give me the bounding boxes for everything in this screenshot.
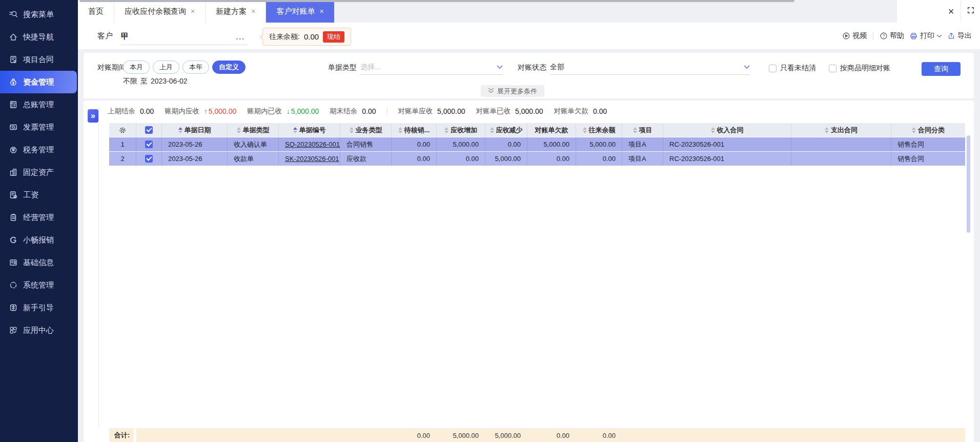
sidebar-item-payroll[interactable]: 工资 — [0, 184, 78, 206]
search-icon — [9, 10, 18, 19]
doc-no-link[interactable]: SQ-20230526-001 — [285, 140, 340, 148]
horizontal-scrollbar-thumb[interactable] — [79, 0, 794, 2]
print-chevron-down-icon — [936, 34, 942, 38]
doc-type-select[interactable]: 选择... — [360, 60, 503, 75]
col-header-income-contract[interactable]: 收入合同 — [663, 123, 791, 137]
col-header-project[interactable]: 项目 — [622, 123, 663, 137]
window-close-button[interactable]: × — [942, 0, 961, 23]
base-info-icon — [9, 258, 18, 267]
pill-this-month[interactable]: 本月 — [123, 61, 150, 74]
sidebar-item-base-info[interactable]: 基础信息 — [0, 251, 78, 274]
by-product-label: 按商品明细对账 — [840, 64, 890, 73]
col-header-recv-dec[interactable]: 应收减少 — [485, 123, 527, 137]
actions-divider — [873, 32, 873, 40]
balance-label: 往来余额: — [269, 32, 300, 42]
tab-close-icon[interactable]: × — [319, 8, 323, 15]
video-button[interactable]: 视频 — [842, 31, 867, 41]
end-balance-value: 0.00 — [362, 107, 376, 115]
tab-ar-ap-balance-query[interactable]: 应收应付余额查询 × — [114, 0, 206, 23]
sidebar-item-search-menu[interactable]: 搜索菜单 — [0, 3, 78, 26]
col-header-recv-inc[interactable]: 应收增加 — [436, 123, 485, 137]
video-icon — [842, 32, 850, 40]
chevron-down-icon — [497, 65, 503, 69]
print-icon — [909, 32, 918, 41]
sidebar: 搜索菜单 快捷导航 项目合同 资金管理 总账管理 发票管理 税务管理 固定资产 — [0, 0, 78, 442]
pill-custom[interactable]: 自定义 — [212, 61, 246, 74]
help-button[interactable]: ? 帮助 — [880, 31, 904, 41]
col-header-balance[interactable]: 往来余额 — [576, 123, 622, 137]
range-start[interactable]: 不限 — [123, 77, 137, 86]
filter-panel: 对账期间 本月 上月 本年 自定义 不限 至 2023-06-02 单据类型 选… — [84, 53, 974, 98]
gear-icon[interactable] — [118, 126, 127, 134]
pill-last-month[interactable]: 上月 — [153, 61, 179, 74]
sort-icon — [711, 127, 715, 133]
by-product-checkbox[interactable]: 按商品明细对账 — [829, 64, 890, 73]
sort-icon — [490, 127, 494, 133]
expand-more-button[interactable]: 展开更多条件 — [481, 85, 544, 97]
customer-input[interactable]: 甲 ... — [121, 29, 247, 45]
sidebar-item-quick-nav[interactable]: 快捷导航 — [0, 26, 78, 48]
col-header-contract-class[interactable]: 合同分类 — [891, 123, 965, 137]
table-row[interactable]: 2 2023-05-26 收款单 SK-20230526-001 应收款 0.0… — [109, 152, 965, 166]
home-icon — [9, 32, 18, 42]
print-button[interactable]: 打印 — [909, 31, 942, 41]
customer-picker-ellipsis-icon[interactable]: ... — [236, 33, 247, 41]
range-end-date[interactable]: 2023-06-02 — [151, 77, 188, 86]
sidebar-item-beginner-guide[interactable]: 新手引导 — [0, 296, 78, 319]
tab-label: 新建方案 — [216, 7, 247, 16]
sidebar-item-invoice-mgmt[interactable]: 发票管理 — [0, 116, 78, 138]
column-settings-cell[interactable] — [109, 123, 136, 137]
sort-icon — [293, 127, 297, 133]
vertical-scrollbar-thumb[interactable] — [967, 135, 970, 233]
statement-card: 上期结余 0.00 账期内应收 ↑5,000.00 账期内已收 ↓5,000.0… — [84, 101, 974, 442]
col-header-doc-date[interactable]: 单据日期 — [161, 123, 227, 137]
sidebar-item-funds-mgmt[interactable]: 资金管理 — [0, 71, 77, 93]
expand-side-panel-button[interactable]: » — [88, 109, 98, 123]
col-header-doc-no[interactable]: 单据编号 — [278, 123, 340, 137]
tab-new-plan[interactable]: 新建方案 × — [206, 0, 266, 23]
doc-no-link[interactable]: SK-20230526-001 — [285, 155, 339, 163]
tab-home[interactable]: 首页 — [78, 0, 114, 23]
range-to-label: 至 — [140, 77, 148, 86]
checkbox-icon — [829, 65, 836, 72]
sidebar-item-xiaochang-expense[interactable]: 小畅报销 — [0, 229, 78, 251]
cell-recv-dec: 0.00 — [485, 137, 527, 151]
col-header-biz-type[interactable]: 业务类型 — [340, 123, 391, 137]
only-unsettled-checkbox[interactable]: 只看未结清 — [769, 64, 816, 73]
sidebar-item-fixed-assets[interactable]: 固定资产 — [0, 161, 78, 184]
select-all-checkbox[interactable] — [136, 123, 161, 137]
export-button[interactable]: 导出 — [947, 31, 972, 41]
window-controls: × — [897, 0, 980, 23]
sidebar-item-tax-mgmt[interactable]: 税务管理 — [0, 138, 78, 161]
tab-close-icon[interactable]: × — [191, 8, 195, 15]
tab-bar: 首页 应收应付余额查询 × 新建方案 × 客户对账单 × — [78, 0, 980, 23]
sidebar-item-app-center[interactable]: 应用中心 — [0, 319, 78, 341]
sidebar-item-operations-mgmt[interactable]: 经营管理 — [0, 206, 78, 229]
cell-project: 项目A — [622, 152, 663, 166]
query-button[interactable]: 查询 — [922, 62, 961, 76]
status-select[interactable]: 全部 — [550, 60, 750, 75]
fullscreen-button[interactable] — [961, 0, 980, 23]
cell-doc-date: 2023-05-26 — [161, 152, 227, 166]
row-checkbox[interactable] — [136, 152, 161, 166]
tab-close-icon[interactable]: × — [251, 8, 255, 15]
sidebar-item-project-contract[interactable]: 项目合同 — [0, 48, 78, 71]
prev-balance-label: 上期结余 — [108, 107, 135, 116]
period-range[interactable]: 不限 至 2023-06-02 — [123, 77, 188, 86]
sort-icon — [825, 127, 829, 133]
row-checkbox[interactable] — [136, 137, 161, 151]
sidebar-item-system-mgmt[interactable]: 系统管理 — [0, 274, 78, 296]
pill-this-year[interactable]: 本年 — [182, 61, 209, 74]
checkbox-icon — [769, 65, 777, 72]
col-header-pending[interactable]: 待核销... — [391, 123, 436, 137]
col-header-stmt-debt[interactable]: 对账单欠款 — [527, 123, 576, 137]
export-label: 导出 — [957, 31, 972, 41]
total-recv-inc: 5,000.00 — [436, 429, 485, 442]
table-row[interactable]: 1 2023-05-26 收入确认单 SQ-20230526-001 合同销售 … — [109, 137, 965, 151]
col-header-doc-type[interactable]: 单据类型 — [227, 123, 278, 137]
sidebar-item-general-ledger[interactable]: 总账管理 — [0, 93, 78, 116]
col-header-expense-contract[interactable]: 支出合同 — [791, 123, 891, 137]
cell-contract-class: 销售合同 — [891, 137, 965, 151]
tab-customer-statement[interactable]: 客户对账单 × — [266, 0, 334, 23]
sidebar-item-label: 经营管理 — [23, 213, 54, 223]
